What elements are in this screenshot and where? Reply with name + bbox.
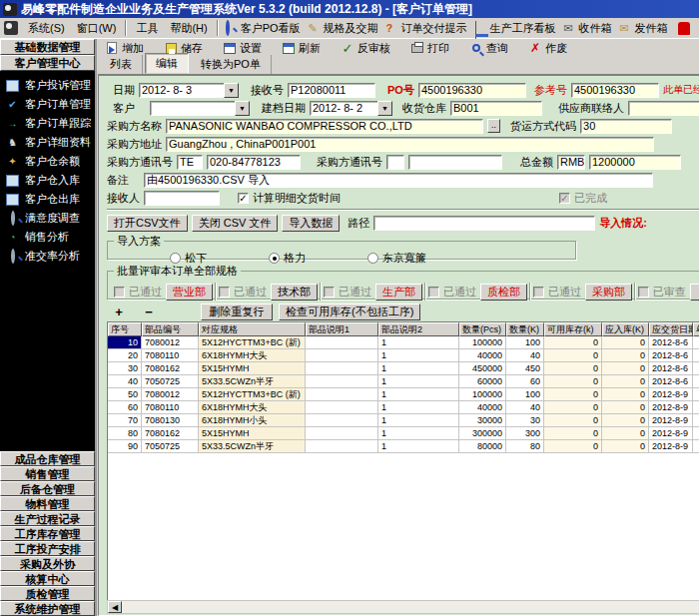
table-row[interactable]: 80 7080162 5X15HYMH 1 300000 300 0 0 201…	[108, 427, 699, 440]
col-to-stock[interactable]: 应入库(K)	[602, 322, 649, 336]
browse-button[interactable]: ..	[487, 119, 500, 133]
col-qty-k[interactable]: 数量(K)	[506, 322, 544, 336]
passed-checkbox[interactable]	[324, 287, 335, 298]
settings-button[interactable]: 设置	[220, 40, 265, 57]
horizontal-scrollbar[interactable]: ◀	[107, 600, 699, 614]
app-menu-icon[interactable]	[4, 21, 18, 35]
radio-icon[interactable]	[367, 253, 378, 264]
passed-checkbox[interactable]	[533, 287, 544, 298]
radio-selected-icon[interactable]	[269, 253, 280, 264]
scheme-option-gree[interactable]: 格力	[269, 251, 306, 266]
audit-button[interactable]: 审 查	[690, 284, 699, 301]
void-button[interactable]: ✗作废	[525, 40, 570, 57]
col-desc2[interactable]: 部品说明2	[378, 322, 459, 336]
buyer-address-field[interactable]: GuangZhou , ChinaP001P001	[166, 137, 654, 152]
table-row[interactable]: 40 7050725 5X33.5CWZn半牙 1 60000 60 0 0 2…	[108, 375, 699, 388]
remark-field[interactable]: 由4500196330.CSV 导入	[144, 173, 653, 188]
tab-convert-po[interactable]: 转换为PO单	[191, 55, 272, 74]
sidebar-group-quality[interactable]: 质检管理	[0, 586, 95, 601]
sidebar-group-system-maintenance[interactable]: 系统维护管理	[0, 601, 95, 616]
passed-checkbox[interactable]	[428, 287, 439, 298]
sidebar-item-satisfaction-survey[interactable]: 满意度调查	[0, 209, 95, 228]
sidebar-item-ontime-rate-analysis[interactable]: 准交率分析	[0, 247, 95, 266]
menu-spec-delivery[interactable]: ✎ 规格及交期	[305, 19, 382, 38]
col-spec[interactable]: 对应规格	[199, 322, 306, 336]
col-desc1[interactable]: 部品说明1	[306, 322, 378, 336]
date-combobox[interactable]: 2012- 8- 3▼	[139, 83, 239, 98]
contact1-prefix-field[interactable]: TE	[177, 155, 203, 170]
sidebar-item-customer-orders[interactable]: ✔ 客户订单管理	[0, 95, 95, 114]
print-button[interactable]: 打印	[407, 40, 452, 57]
table-row[interactable]: 10 7080012 5X12HYCTTM3+BC (新) 1 100000 1…	[108, 336, 699, 349]
buyer-name-field[interactable]: PANASONIC WANBAO COMPRESSOR CO.,LTD	[166, 119, 483, 134]
sidebar-item-customer-balance[interactable]: ✦ 客户仓余额	[0, 152, 95, 171]
remove-row-button[interactable]: −	[137, 305, 161, 319]
purchasing-dept-button[interactable]: 采购部	[585, 284, 632, 301]
check-stock-button[interactable]: 检查可用库存(不包括工序)	[279, 304, 420, 320]
contact2-number-field[interactable]	[408, 155, 502, 170]
ref-no-field[interactable]: 4500196330	[571, 83, 659, 98]
contact2-prefix-field[interactable]	[386, 155, 404, 170]
col-qty-pcs[interactable]: 数量(Pcs)	[459, 322, 506, 336]
tab-edit[interactable]: 编辑	[145, 53, 189, 74]
sidebar-item-customer-complaints[interactable]: 客户投诉管理	[0, 76, 95, 95]
chevron-down-icon[interactable]: ▼	[235, 101, 250, 116]
close-csv-button[interactable]: 关闭 CSV 文件	[192, 215, 279, 232]
sidebar-group-base-data[interactable]: 基础数据管理	[0, 39, 95, 55]
file-date-combobox[interactable]: 2012- 8- 2▼	[310, 101, 392, 116]
total-amount-field[interactable]: 1200000	[589, 155, 681, 170]
import-data-button[interactable]: 导入数据	[282, 215, 340, 232]
path-field[interactable]	[373, 216, 595, 231]
sidebar-group-production-records[interactable]: 生产过程记录	[0, 511, 95, 526]
menu-outbox[interactable]: ✉ 发件箱	[616, 19, 672, 38]
currency-field[interactable]: RMB	[557, 155, 585, 170]
open-csv-button[interactable]: 打开CSV文件	[107, 215, 188, 232]
sidebar-group-finished-warehouse[interactable]: 成品仓库管理	[0, 451, 95, 466]
passed-checkbox[interactable]	[219, 287, 230, 298]
sidebar-item-sales-analysis[interactable]: ◔ 销售分析	[0, 228, 95, 247]
sidebar-group-backup-warehouse[interactable]: 后备仓管理	[0, 481, 95, 496]
table-row[interactable]: 90 7050725 5X33.5CWZn半牙 1 80000 80 0 0 2…	[108, 440, 699, 453]
passed-checkbox[interactable]	[114, 287, 125, 298]
sidebar-group-process-scheduling[interactable]: 工序投产安排	[0, 541, 95, 556]
add-button[interactable]: 增加	[102, 40, 147, 57]
calc-delivery-checkbox[interactable]	[238, 193, 249, 204]
table-row[interactable]: 60 7080110 6X18HYMH大头 1 40000 40 0 0 201…	[108, 401, 699, 414]
completed-checkbox[interactable]	[559, 193, 570, 204]
menu-inbox[interactable]: ✉ 收件箱	[560, 19, 616, 38]
sidebar-item-order-tracking[interactable]: → 客户订单跟踪	[0, 114, 95, 133]
sidebar-group-accounting[interactable]: 核算中心	[0, 571, 95, 586]
col-available-stock[interactable]: 可用库存(k)	[544, 322, 602, 336]
menu-window[interactable]: 窗口(W)	[71, 19, 123, 38]
receiver-field[interactable]	[144, 191, 220, 206]
menu-tools[interactable]: 工具	[130, 19, 164, 38]
technical-dept-button[interactable]: 技术部	[271, 284, 318, 301]
tab-list[interactable]: 列表	[100, 55, 143, 74]
sidebar-item-customer-details[interactable]: ♞ 客户详细资料	[0, 133, 95, 152]
add-row-button[interactable]: +	[107, 305, 131, 319]
query-button[interactable]: 查询	[466, 40, 511, 57]
quality-dept-button[interactable]: 质检部	[480, 284, 527, 301]
menu-process-board[interactable]: 生产工序看板	[471, 19, 560, 38]
menu-help[interactable]: 帮助(H)	[164, 19, 213, 38]
shipping-code-field[interactable]: 30	[580, 119, 672, 134]
receive-no-field[interactable]: P12080011	[288, 83, 375, 98]
dedupe-button[interactable]: 删除重复行	[201, 304, 273, 320]
col-partial[interactable]: 单	[693, 322, 699, 336]
sales-dept-button[interactable]: 营业部	[166, 284, 213, 301]
table-row[interactable]: 20 7080110 6X18HYMH大头 1 40000 40 0 0 201…	[108, 349, 699, 362]
refresh-button[interactable]: 刷新	[279, 40, 324, 57]
contact1-number-field[interactable]: 020-84778123	[207, 155, 301, 170]
scheme-option-tokyo[interactable]: 东京寬簾	[367, 251, 426, 266]
customer-combobox[interactable]: ▼	[150, 101, 250, 116]
col-part-no[interactable]: 部品编号	[142, 322, 199, 336]
chevron-down-icon[interactable]: ▼	[224, 83, 239, 98]
po-no-field[interactable]: 4500196330	[418, 83, 526, 98]
sidebar-group-purchasing[interactable]: 采购及外协	[0, 556, 95, 571]
audited-checkbox[interactable]	[638, 287, 649, 298]
production-dept-button[interactable]: 生产部	[375, 284, 422, 301]
radio-icon[interactable]	[170, 253, 181, 264]
chevron-down-icon[interactable]: ▼	[377, 101, 392, 116]
sidebar-group-process-inventory[interactable]: 工序库存管理	[0, 526, 95, 541]
sidebar-group-materials[interactable]: 物料管理	[0, 496, 95, 511]
